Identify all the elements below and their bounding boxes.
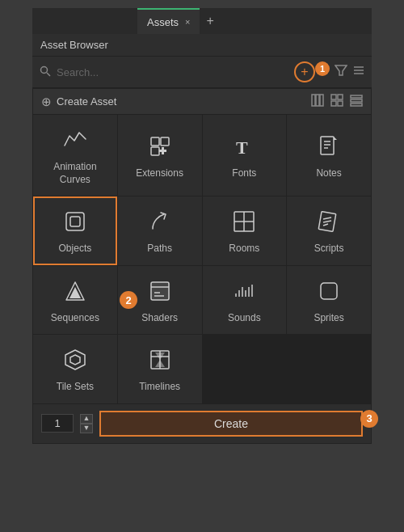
timelines-label: Timelines xyxy=(139,381,180,394)
svg-line-30 xyxy=(323,217,331,219)
extensions-icon xyxy=(148,134,172,163)
svg-rect-25 xyxy=(70,217,80,226)
asset-item-timelines[interactable]: Timelines xyxy=(118,335,202,403)
shaders-label: Shaders xyxy=(141,312,178,325)
asset-item-tile-sets[interactable]: Tile Sets xyxy=(33,335,117,403)
badge-2: 2 xyxy=(120,291,137,309)
svg-line-32 xyxy=(323,224,328,226)
fonts-label: Fonts xyxy=(232,167,256,180)
shaders-icon xyxy=(148,279,172,307)
svg-rect-7 xyxy=(316,95,319,106)
sprites-label: Sprites xyxy=(314,312,343,325)
search-icon xyxy=(39,65,52,80)
sounds-icon xyxy=(232,279,256,307)
notes-label: Notes xyxy=(316,167,341,180)
asset-item-scripts[interactable]: Scripts xyxy=(287,196,371,265)
notes-icon xyxy=(317,134,341,163)
quantity-stepper: ▲ ▼ xyxy=(80,414,93,433)
objects-label: Objects xyxy=(59,243,92,255)
svg-rect-13 xyxy=(351,95,362,98)
tile-sets-icon xyxy=(63,348,87,376)
scripts-icon xyxy=(317,209,341,238)
svg-line-1 xyxy=(47,73,50,76)
paths-label: Paths xyxy=(147,243,172,255)
tile-sets-label: Tile Sets xyxy=(57,381,94,394)
assets-tab[interactable]: Assets × xyxy=(137,8,200,34)
svg-rect-11 xyxy=(331,101,336,106)
tab-add-button[interactable]: + xyxy=(200,8,220,34)
create-asset-plus-icon: ⊕ xyxy=(41,95,52,109)
asset-item-animation-curves[interactable]: AnimationCurves xyxy=(33,115,117,196)
create-button[interactable]: Create xyxy=(99,411,363,437)
svg-rect-17 xyxy=(161,137,169,146)
svg-rect-6 xyxy=(312,95,315,106)
svg-rect-12 xyxy=(338,101,343,106)
svg-text:T: T xyxy=(236,137,248,158)
asset-item-objects[interactable]: Objects xyxy=(33,196,117,265)
view-list-icon[interactable] xyxy=(350,94,363,109)
tab-bar: Assets × + xyxy=(32,8,372,34)
sequences-icon xyxy=(63,279,87,307)
svg-rect-14 xyxy=(351,99,362,102)
svg-rect-10 xyxy=(338,95,343,99)
svg-rect-15 xyxy=(351,103,362,106)
menu-button[interactable] xyxy=(352,64,365,80)
badge-3: 3 xyxy=(360,410,378,428)
svg-line-31 xyxy=(323,221,331,222)
bottom-bar: 1 ▲ ▼ Create xyxy=(33,403,371,443)
asset-item-notes[interactable]: Notes xyxy=(287,115,371,196)
fonts-icon: T xyxy=(232,134,256,163)
view-grid-icon[interactable] xyxy=(330,94,343,109)
svg-marker-2 xyxy=(335,65,347,75)
svg-rect-18 xyxy=(151,147,159,155)
svg-rect-45 xyxy=(321,283,337,299)
svg-marker-47 xyxy=(70,355,80,365)
svg-rect-8 xyxy=(320,95,323,106)
asset-item-fonts[interactable]: T Fonts xyxy=(203,115,287,196)
create-asset-panel: ⊕ Create Asset xyxy=(32,88,372,444)
objects-icon xyxy=(63,209,87,238)
svg-rect-35 xyxy=(151,282,169,300)
asset-item-extensions[interactable]: Extensions xyxy=(118,115,202,196)
badge-1: 1 xyxy=(315,61,330,76)
animation-curves-label: AnimationCurves xyxy=(53,161,96,186)
asset-item-rooms[interactable]: Rooms xyxy=(203,196,287,265)
svg-rect-16 xyxy=(151,137,159,146)
asset-item-sprites[interactable]: Sprites xyxy=(287,266,371,335)
create-asset-label: Create Asset xyxy=(57,95,116,108)
stepper-down-button[interactable]: ▼ xyxy=(80,424,93,433)
rooms-label: Rooms xyxy=(229,243,259,255)
svg-rect-20 xyxy=(321,137,334,154)
quantity-input[interactable]: 1 xyxy=(41,414,74,433)
extensions-label: Extensions xyxy=(136,167,183,180)
create-asset-header: ⊕ Create Asset xyxy=(33,89,371,115)
sounds-label: Sounds xyxy=(228,312,261,325)
asset-browser-header: Asset Browser xyxy=(32,34,372,57)
asset-grid: AnimationCurves Extensions xyxy=(33,115,371,403)
view-cols-icon[interactable] xyxy=(311,94,324,109)
sprites-icon xyxy=(317,279,341,307)
search-input[interactable] xyxy=(57,66,289,78)
svg-point-0 xyxy=(41,66,48,73)
asset-item-sequences[interactable]: Sequences xyxy=(33,266,117,335)
sequences-label: Sequences xyxy=(51,312,99,325)
scripts-label: Scripts xyxy=(314,243,344,255)
animation-curves-icon xyxy=(63,128,87,156)
svg-rect-9 xyxy=(331,95,336,99)
asset-browser-title: Asset Browser xyxy=(40,39,108,51)
rooms-icon xyxy=(232,209,256,238)
svg-rect-24 xyxy=(66,213,84,230)
paths-icon xyxy=(148,209,172,238)
asset-item-sounds[interactable]: Sounds xyxy=(203,266,287,335)
asset-item-paths[interactable]: Paths xyxy=(118,196,202,265)
search-bar: + 1 xyxy=(32,57,372,88)
filter-button[interactable] xyxy=(335,64,347,80)
stepper-up-button[interactable]: ▲ xyxy=(80,414,93,424)
svg-marker-34 xyxy=(69,287,81,298)
add-asset-button[interactable]: + 1 xyxy=(294,61,315,82)
tab-close-icon[interactable]: × xyxy=(185,17,190,27)
tab-label: Assets xyxy=(147,16,179,28)
timelines-icon xyxy=(148,348,172,376)
svg-marker-46 xyxy=(65,350,85,369)
